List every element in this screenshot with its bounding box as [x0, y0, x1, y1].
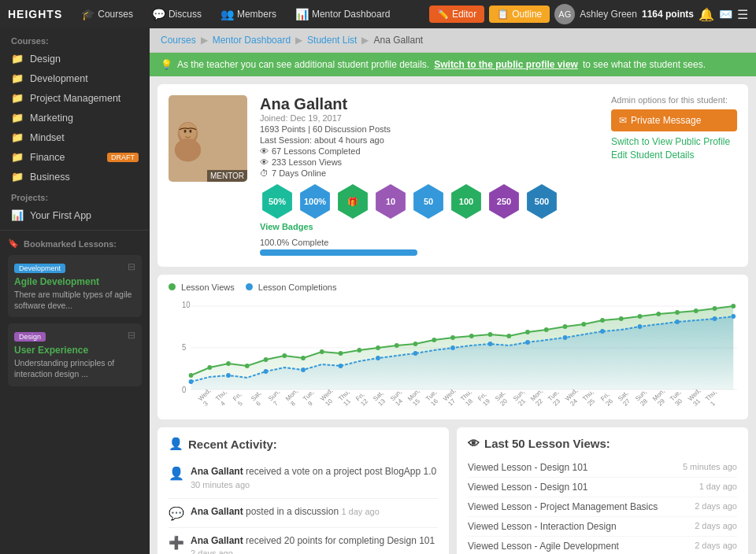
- svg-point-30: [506, 334, 511, 338]
- svg-text:10: 10: [182, 301, 191, 309]
- breadcrumb-arrow-3: ▶: [361, 35, 369, 46]
- envelope-icon: ✉: [619, 115, 627, 126]
- content-area: Courses ▶ Mentor Dashboard ▶ Student Lis…: [150, 28, 756, 554]
- breadcrumb-student-list[interactable]: Student List: [307, 35, 357, 46]
- chart-container: 10 5 0: [169, 297, 737, 399]
- breadcrumb-mentor-dashboard[interactable]: Mentor Dashboard: [213, 35, 291, 46]
- outline-icon: 📋: [497, 9, 509, 20]
- clock-icon: ⏱: [260, 168, 269, 178]
- sidebar-item-marketing[interactable]: 📁 Marketing: [0, 108, 150, 127]
- sidebar-item-development[interactable]: 📁 Development: [0, 68, 150, 88]
- sidebar-item-your-first-app[interactable]: 📊 Your First App: [0, 205, 150, 225]
- breadcrumb-arrow-2: ▶: [295, 35, 302, 46]
- badges-container: 50% 100% 🎁 10 50 100 250 500 View Badges: [260, 184, 598, 231]
- mentor-dashboard-nav[interactable]: 📊 Mentor Dashboard: [287, 5, 398, 24]
- legend-views: Lesson Views: [169, 283, 235, 292]
- recent-activity-panel: 👤 Recent Activity: 👤 Ana Gallant receive…: [158, 427, 449, 554]
- bookmark-tag-design: Design: [14, 332, 46, 342]
- svg-point-17: [264, 357, 269, 362]
- members-icon: 👥: [220, 8, 234, 20]
- chart-section: Lesson Views Lesson Completions 10 5 0: [158, 275, 748, 419]
- svg-point-50: [413, 351, 418, 356]
- profile-joined: Joined: Dec 19, 2017: [260, 113, 598, 123]
- progress-section: 100.0% Complete: [260, 238, 598, 256]
- lesson-view-2: Viewed Lesson - Design 101 1 day ago: [468, 478, 737, 497]
- bookmark-card-title: Agile Development: [14, 276, 135, 287]
- activity-item-3: ➕ Ana Gallant received 20 points for com…: [169, 528, 438, 554]
- switch-view-link[interactable]: Switch to View Public Profile: [611, 136, 737, 147]
- svg-point-53: [525, 340, 530, 345]
- svg-point-23: [376, 345, 380, 350]
- badge-250: 250: [487, 184, 521, 219]
- svg-point-55: [600, 329, 605, 334]
- svg-point-13: [189, 373, 194, 378]
- sidebar-item-finance[interactable]: 📁 Finance DRAFT: [0, 147, 150, 167]
- svg-point-4: [184, 130, 187, 133]
- bookmark-card-ux[interactable]: Design ⊟ User Experience Understanding p…: [8, 323, 142, 386]
- sidebar-item-project-management[interactable]: 📁 Project Management: [0, 88, 150, 108]
- pencil-icon: ✏️: [437, 9, 449, 20]
- outline-button[interactable]: 📋 Outline: [489, 6, 550, 23]
- bookmark-card-desc-2: Understanding principles of interaction …: [14, 358, 135, 379]
- lesson-view-3: Viewed Lesson - Project Management Basic…: [468, 497, 737, 517]
- activity-text-3: Ana Gallant received 20 points for compl…: [191, 534, 438, 554]
- breadcrumb-arrow-1: ▶: [201, 35, 208, 46]
- sidebar-item-mindset[interactable]: 📁 Mindset: [0, 127, 150, 147]
- members-nav[interactable]: 👥 Members: [213, 5, 284, 24]
- svg-point-5: [189, 130, 191, 133]
- activity-text-1: Ana Gallant received a vote on a project…: [191, 465, 438, 492]
- svg-point-46: [264, 369, 269, 374]
- discuss-nav[interactable]: 💬 Discuss: [144, 5, 209, 24]
- lesson-view-4: Viewed Lesson - Interaction Design 2 day…: [468, 517, 737, 537]
- folder-icon: 📁: [11, 171, 24, 183]
- legend-dot-green: [169, 283, 176, 290]
- svg-point-29: [488, 332, 493, 337]
- profile-photo: MENTOR: [169, 95, 247, 182]
- edit-student-link[interactable]: Edit Student Details: [611, 150, 737, 161]
- editor-button[interactable]: ✏️ Editor: [429, 6, 484, 23]
- legend-completions: Lesson Completions: [246, 283, 337, 292]
- plus-icon: ➕: [169, 535, 184, 550]
- main-layout: Courses: 📁 Design 📁 Development 📁 Projec…: [0, 28, 756, 554]
- progress-bar-bg: [260, 249, 417, 256]
- notification-icon[interactable]: 🔔: [699, 7, 714, 22]
- badge-50pct: 50%: [260, 184, 295, 219]
- svg-point-51: [450, 345, 455, 350]
- eye-panel-icon: 👁: [468, 437, 480, 450]
- switch-profile-link[interactable]: Switch to the public profile view: [434, 59, 578, 70]
- profile-stats: 1693 Points | 60 Discussion Posts: [260, 124, 598, 134]
- badge-500: 500: [524, 184, 559, 219]
- eye-icon: 👁: [260, 146, 269, 156]
- svg-point-25: [413, 342, 418, 346]
- sidebar-item-design[interactable]: 📁 Design: [0, 49, 150, 68]
- svg-point-14: [207, 365, 212, 370]
- view-badges-link[interactable]: View Badges: [260, 222, 598, 231]
- badge-50: 50: [411, 184, 446, 219]
- svg-point-38: [656, 312, 661, 316]
- courses-nav[interactable]: 🎓 Courses: [73, 5, 141, 24]
- svg-point-48: [339, 364, 343, 368]
- profile-views: 👁 233 Lesson Views: [260, 157, 598, 167]
- message-icon[interactable]: ✉️: [719, 8, 732, 20]
- svg-text:0: 0: [182, 386, 187, 394]
- svg-point-37: [638, 314, 643, 319]
- alert-suffix: to see what the student sees.: [583, 59, 706, 70]
- breadcrumb-courses[interactable]: Courses: [161, 35, 196, 46]
- profile-lessons: 👁 67 Lessons Completed: [260, 146, 598, 156]
- svg-point-42: [731, 304, 736, 308]
- folder-icon: 📁: [11, 53, 24, 65]
- badge-100: 100: [449, 184, 484, 219]
- svg-point-3: [175, 138, 201, 161]
- private-message-button[interactable]: ✉ Private Message: [611, 109, 737, 131]
- sidebar-item-business[interactable]: 📁 Business: [0, 167, 150, 187]
- lesson-view-5: Viewed Lesson - Agile Development 2 days…: [468, 537, 737, 554]
- bookmark-card-desc: There are multiple types of agile softwa…: [14, 290, 135, 311]
- projects-section-label: Projects:: [0, 187, 150, 205]
- alert-banner: 💡 As the teacher you can see additional …: [150, 53, 756, 76]
- bookmark-card-agile[interactable]: Development ⊟ Agile Development There ar…: [8, 255, 142, 317]
- bookmark-icon: 🔖: [8, 238, 19, 249]
- svg-point-59: [731, 314, 736, 319]
- svg-point-58: [713, 316, 717, 321]
- menu-icon[interactable]: ☰: [737, 7, 748, 22]
- views-icon: 👁: [260, 157, 269, 167]
